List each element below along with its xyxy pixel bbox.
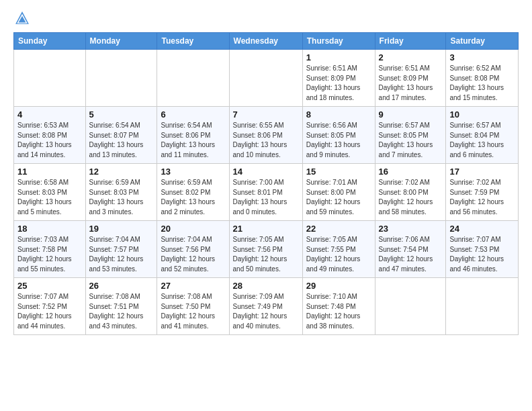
day-detail: Sunrise: 6:56 AM Sunset: 8:05 PM Dayligh…	[306, 121, 371, 160]
day-number: 3	[449, 52, 515, 62]
day-detail: Sunrise: 6:59 AM Sunset: 8:02 PM Dayligh…	[161, 178, 225, 217]
day-detail: Sunrise: 7:08 AM Sunset: 7:50 PM Dayligh…	[161, 292, 225, 331]
cell-2-5: 8Sunrise: 6:56 AM Sunset: 8:05 PM Daylig…	[302, 107, 375, 164]
week-row-3: 11Sunrise: 6:58 AM Sunset: 8:03 PM Dayli…	[14, 164, 519, 221]
day-number: 19	[89, 224, 154, 234]
day-detail: Sunrise: 7:02 AM Sunset: 8:00 PM Dayligh…	[379, 178, 443, 217]
cell-5-7	[446, 278, 519, 335]
cell-4-5: 22Sunrise: 7:05 AM Sunset: 7:55 PM Dayli…	[302, 221, 375, 278]
day-number: 22	[306, 224, 371, 234]
day-number: 15	[306, 167, 371, 177]
col-header-sunday: Sunday	[14, 33, 86, 50]
cell-5-5: 29Sunrise: 7:10 AM Sunset: 7:48 PM Dayli…	[302, 278, 375, 335]
cell-1-7: 3Sunrise: 6:52 AM Sunset: 8:08 PM Daylig…	[446, 50, 519, 107]
cell-5-1: 25Sunrise: 7:07 AM Sunset: 7:52 PM Dayli…	[14, 278, 86, 335]
logo-icon	[15, 11, 30, 26]
day-detail: Sunrise: 6:59 AM Sunset: 8:03 PM Dayligh…	[89, 178, 154, 217]
col-header-monday: Monday	[85, 33, 157, 50]
day-detail: Sunrise: 7:09 AM Sunset: 7:49 PM Dayligh…	[233, 292, 299, 331]
day-detail: Sunrise: 7:06 AM Sunset: 7:54 PM Dayligh…	[379, 235, 443, 274]
day-number: 12	[89, 167, 154, 177]
day-detail: Sunrise: 7:07 AM Sunset: 7:53 PM Dayligh…	[449, 235, 515, 274]
day-number: 10	[449, 109, 515, 120]
day-number: 18	[17, 224, 82, 234]
day-detail: Sunrise: 6:54 AM Sunset: 8:07 PM Dayligh…	[89, 121, 154, 160]
day-detail: Sunrise: 7:05 AM Sunset: 7:56 PM Dayligh…	[233, 235, 299, 274]
day-detail: Sunrise: 7:07 AM Sunset: 7:52 PM Dayligh…	[17, 292, 82, 331]
day-number: 25	[17, 281, 82, 291]
cell-4-7: 24Sunrise: 7:07 AM Sunset: 7:53 PM Dayli…	[446, 221, 519, 278]
day-detail: Sunrise: 7:10 AM Sunset: 7:48 PM Dayligh…	[306, 292, 371, 331]
calendar-table: SundayMondayTuesdayWednesdayThursdayFrid…	[13, 32, 519, 335]
cell-3-7: 17Sunrise: 7:02 AM Sunset: 7:59 PM Dayli…	[446, 164, 519, 221]
week-row-1: 1Sunrise: 6:51 AM Sunset: 8:09 PM Daylig…	[14, 50, 519, 107]
cell-4-1: 18Sunrise: 7:03 AM Sunset: 7:58 PM Dayli…	[14, 221, 86, 278]
week-row-5: 25Sunrise: 7:07 AM Sunset: 7:52 PM Dayli…	[14, 278, 519, 335]
day-detail: Sunrise: 6:57 AM Sunset: 8:05 PM Dayligh…	[379, 121, 443, 160]
cell-1-2	[85, 50, 157, 107]
cell-4-4: 21Sunrise: 7:05 AM Sunset: 7:56 PM Dayli…	[229, 221, 302, 278]
col-header-wednesday: Wednesday	[229, 33, 302, 50]
day-number: 23	[379, 224, 443, 234]
cell-1-4	[229, 50, 302, 107]
day-detail: Sunrise: 6:51 AM Sunset: 8:09 PM Dayligh…	[306, 64, 371, 103]
day-number: 9	[379, 109, 443, 120]
cell-1-5: 1Sunrise: 6:51 AM Sunset: 8:09 PM Daylig…	[302, 50, 375, 107]
day-detail: Sunrise: 7:04 AM Sunset: 7:56 PM Dayligh…	[161, 235, 225, 274]
day-number: 17	[449, 167, 515, 177]
day-number: 26	[89, 281, 154, 291]
day-number: 5	[89, 109, 154, 120]
cell-5-6	[375, 278, 446, 335]
cell-1-3	[157, 50, 229, 107]
day-detail: Sunrise: 6:53 AM Sunset: 8:08 PM Dayligh…	[17, 121, 82, 160]
cell-3-1: 11Sunrise: 6:58 AM Sunset: 8:03 PM Dayli…	[14, 164, 86, 221]
col-header-tuesday: Tuesday	[157, 33, 229, 50]
day-number: 20	[161, 224, 225, 234]
cell-4-3: 20Sunrise: 7:04 AM Sunset: 7:56 PM Dayli…	[157, 221, 229, 278]
day-detail: Sunrise: 6:58 AM Sunset: 8:03 PM Dayligh…	[17, 178, 82, 217]
cell-5-2: 26Sunrise: 7:08 AM Sunset: 7:51 PM Dayli…	[85, 278, 157, 335]
day-number: 24	[449, 224, 515, 234]
week-row-4: 18Sunrise: 7:03 AM Sunset: 7:58 PM Dayli…	[14, 221, 519, 278]
cell-3-3: 13Sunrise: 6:59 AM Sunset: 8:02 PM Dayli…	[157, 164, 229, 221]
cell-1-6: 2Sunrise: 6:51 AM Sunset: 8:09 PM Daylig…	[375, 50, 446, 107]
day-detail: Sunrise: 6:54 AM Sunset: 8:06 PM Dayligh…	[161, 121, 225, 160]
cell-2-1: 4Sunrise: 6:53 AM Sunset: 8:08 PM Daylig…	[14, 107, 86, 164]
cell-5-3: 27Sunrise: 7:08 AM Sunset: 7:50 PM Dayli…	[157, 278, 229, 335]
week-row-2: 4Sunrise: 6:53 AM Sunset: 8:08 PM Daylig…	[14, 107, 519, 164]
cell-2-2: 5Sunrise: 6:54 AM Sunset: 8:07 PM Daylig…	[85, 107, 157, 164]
day-detail: Sunrise: 7:01 AM Sunset: 8:00 PM Dayligh…	[306, 178, 371, 217]
day-detail: Sunrise: 7:00 AM Sunset: 8:01 PM Dayligh…	[233, 178, 299, 217]
day-number: 11	[17, 167, 82, 177]
day-detail: Sunrise: 6:57 AM Sunset: 8:04 PM Dayligh…	[449, 121, 515, 160]
cell-3-6: 16Sunrise: 7:02 AM Sunset: 8:00 PM Dayli…	[375, 164, 446, 221]
day-number: 21	[233, 224, 299, 234]
cell-2-7: 10Sunrise: 6:57 AM Sunset: 8:04 PM Dayli…	[446, 107, 519, 164]
day-number: 2	[379, 52, 443, 62]
day-number: 16	[379, 167, 443, 177]
day-detail: Sunrise: 7:02 AM Sunset: 7:59 PM Dayligh…	[449, 178, 515, 217]
cell-2-3: 6Sunrise: 6:54 AM Sunset: 8:06 PM Daylig…	[157, 107, 229, 164]
header-row: SundayMondayTuesdayWednesdayThursdayFrid…	[14, 33, 519, 50]
day-detail: Sunrise: 7:04 AM Sunset: 7:57 PM Dayligh…	[89, 235, 154, 274]
header	[13, 11, 519, 28]
col-header-thursday: Thursday	[302, 33, 375, 50]
day-number: 28	[233, 281, 299, 291]
day-number: 8	[306, 109, 371, 120]
day-number: 29	[306, 281, 371, 291]
day-number: 7	[233, 109, 299, 120]
day-number: 13	[161, 167, 225, 177]
cell-4-6: 23Sunrise: 7:06 AM Sunset: 7:54 PM Dayli…	[375, 221, 446, 278]
logo	[13, 11, 30, 28]
col-header-saturday: Saturday	[446, 33, 519, 50]
cell-3-5: 15Sunrise: 7:01 AM Sunset: 8:00 PM Dayli…	[302, 164, 375, 221]
cell-4-2: 19Sunrise: 7:04 AM Sunset: 7:57 PM Dayli…	[85, 221, 157, 278]
day-number: 6	[161, 109, 225, 120]
cell-2-6: 9Sunrise: 6:57 AM Sunset: 8:05 PM Daylig…	[375, 107, 446, 164]
cell-1-1	[14, 50, 86, 107]
day-number: 4	[17, 109, 82, 120]
cell-2-4: 7Sunrise: 6:55 AM Sunset: 8:06 PM Daylig…	[229, 107, 302, 164]
cell-5-4: 28Sunrise: 7:09 AM Sunset: 7:49 PM Dayli…	[229, 278, 302, 335]
col-header-friday: Friday	[375, 33, 446, 50]
day-detail: Sunrise: 6:51 AM Sunset: 8:09 PM Dayligh…	[379, 64, 443, 103]
